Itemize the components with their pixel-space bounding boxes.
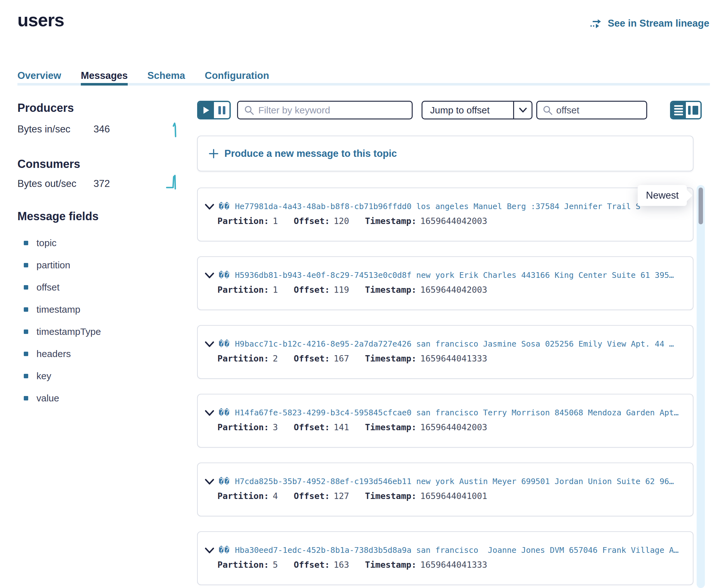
partition-label: Partition: <box>218 216 269 226</box>
list-view-button[interactable] <box>671 102 686 118</box>
newest-tooltip-label: Newest <box>646 190 679 201</box>
tab-configuration[interactable]: Configuration <box>205 70 269 82</box>
timestamp-label: Timestamp: <box>365 491 416 501</box>
replacement-glyphs: �� <box>219 477 230 486</box>
field-label: partition <box>37 260 70 271</box>
produce-message-button[interactable]: Produce a new message to this topic <box>197 135 694 171</box>
message-row[interactable]: �� H9bacc71c-b12c-4216-8e95-2a7da727e426… <box>197 325 694 379</box>
live-consume-toggle <box>197 101 231 120</box>
timestamp-value: 1659644041333 <box>420 354 487 363</box>
message-row[interactable]: �� H5936db81-b943-4e0f-8c29-74513e0c0d8f… <box>197 256 694 310</box>
message-meta: Partition:5 Offset:163 Timestamp:1659644… <box>218 560 487 570</box>
offset-label: Offset: <box>294 422 330 432</box>
partition-value: 1 <box>273 285 278 295</box>
chevron-down-icon[interactable] <box>205 340 218 349</box>
consumers-heading: Consumers <box>17 158 80 171</box>
timestamp-value: 1659644041333 <box>420 560 487 570</box>
search-icon <box>244 105 254 115</box>
filter-input[interactable] <box>258 105 412 115</box>
bytes-in-label: Bytes in/sec <box>17 124 94 135</box>
chevron-down-icon[interactable] <box>205 477 218 487</box>
offset-search <box>536 101 647 120</box>
field-item-timestamp: timestamp <box>24 298 101 321</box>
column-view-icon <box>688 106 698 115</box>
message-meta: Partition:1 Offset:120 Timestamp:1659644… <box>218 216 487 226</box>
field-bullet-icon <box>24 352 28 356</box>
scrollbar-track[interactable] <box>697 185 705 588</box>
newest-tooltip: Newest <box>638 185 687 206</box>
replacement-glyphs: �� <box>219 545 230 555</box>
partition-value: 3 <box>273 422 278 432</box>
bytes-in-value: 346 <box>94 124 110 135</box>
field-bullet-icon <box>24 285 28 290</box>
partition-value: 2 <box>273 354 278 363</box>
field-bullet-icon <box>24 241 28 245</box>
message-meta: Partition:1 Offset:119 Timestamp:1659644… <box>218 285 487 295</box>
keyword-filter <box>237 101 413 120</box>
message-row[interactable]: �� He77981da-4a43-48ab-b8f8-cb71b96ffdd0… <box>197 188 694 241</box>
message-row[interactable]: �� H7cda825b-35b7-4952-88ef-c193d546eb11… <box>197 463 694 517</box>
offset-value: 141 <box>334 422 349 432</box>
message-key-text: H14fa67fe-5823-4299-b3c4-595845cfcae0 sa… <box>235 408 679 417</box>
message-row[interactable]: �� Hba30eed7-1edc-452b-8b1a-738d3b5d8a9a… <box>197 531 694 585</box>
stream-lineage-link[interactable]: See in Stream lineage <box>590 18 709 29</box>
timestamp-label: Timestamp: <box>365 285 416 295</box>
offset-label: Offset: <box>294 560 330 570</box>
replacement-glyphs: �� <box>219 339 230 349</box>
play-icon <box>204 107 209 114</box>
chevron-down-icon[interactable] <box>205 546 218 555</box>
pause-icon <box>219 106 225 114</box>
offset-value: 120 <box>334 216 349 226</box>
replacement-glyphs: �� <box>219 202 230 211</box>
chevron-down-icon[interactable] <box>205 271 218 280</box>
play-button[interactable] <box>199 102 214 118</box>
chevron-down-icon <box>513 102 532 119</box>
jump-to-offset-select[interactable]: Jump to offset <box>421 101 533 120</box>
offset-value: 167 <box>334 354 349 363</box>
partition-label: Partition: <box>218 560 269 570</box>
pause-button[interactable] <box>214 102 229 118</box>
partition-label: Partition: <box>218 422 269 432</box>
message-key-text: H9bacc71c-b12c-4216-8e95-2a7da727e426 sa… <box>235 339 674 349</box>
field-label: key <box>37 371 51 381</box>
message-fields-heading: Message fields <box>17 210 99 223</box>
message-key-text: Hba30eed7-1edc-452b-8b1a-738d3b5d8a9a sa… <box>235 546 679 555</box>
partition-label: Partition: <box>218 354 269 363</box>
tab-overview[interactable]: Overview <box>17 70 61 82</box>
page-title: users <box>17 9 64 30</box>
offset-search-input[interactable] <box>556 105 679 115</box>
tab-messages[interactable]: Messages <box>81 70 128 82</box>
timestamp-value: 1659644041001 <box>420 491 487 501</box>
chevron-down-icon[interactable] <box>205 202 218 212</box>
field-label: timestamp <box>37 304 80 315</box>
message-row[interactable]: �� H14fa67fe-5823-4299-b3c4-595845cfcae0… <box>197 394 694 448</box>
message-key-text: H7cda825b-35b7-4952-88ef-c193d546eb11 ne… <box>235 477 674 486</box>
offset-value: 119 <box>334 285 349 295</box>
offset-label: Offset: <box>294 216 330 226</box>
bytes-out-value: 372 <box>94 178 110 189</box>
timestamp-value: 1659644042003 <box>420 216 487 226</box>
field-label: offset <box>37 282 60 293</box>
message-meta: Partition:2 Offset:167 Timestamp:1659644… <box>218 354 487 363</box>
message-fields-list: topic partition offset timestamp timesta… <box>24 232 101 409</box>
field-label: timestampType <box>37 326 101 337</box>
scrollbar-thumb[interactable] <box>699 188 703 224</box>
field-item-offset: offset <box>24 276 101 298</box>
chevron-down-icon[interactable] <box>205 408 218 418</box>
lineage-link-label: See in Stream lineage <box>608 18 709 29</box>
field-label: topic <box>37 238 57 248</box>
tab-schema[interactable]: Schema <box>147 70 185 82</box>
partition-label: Partition: <box>218 491 269 501</box>
offset-label: Offset: <box>294 354 330 363</box>
field-item-key: key <box>24 365 101 387</box>
partition-value: 1 <box>273 216 278 226</box>
producers-heading: Producers <box>17 101 74 115</box>
message-key-text: He77981da-4a43-48ab-b8f8-cb71b96ffdd0 lo… <box>235 202 640 211</box>
lineage-arrows-icon <box>590 18 603 29</box>
replacement-glyphs: �� <box>219 408 230 417</box>
offset-label: Offset: <box>294 491 330 501</box>
column-view-button[interactable] <box>686 102 700 118</box>
producers-metric-row: Bytes in/sec 346 <box>17 124 110 135</box>
timestamp-value: 1659644042003 <box>420 285 487 295</box>
bytes-out-label: Bytes out/sec <box>17 178 94 189</box>
